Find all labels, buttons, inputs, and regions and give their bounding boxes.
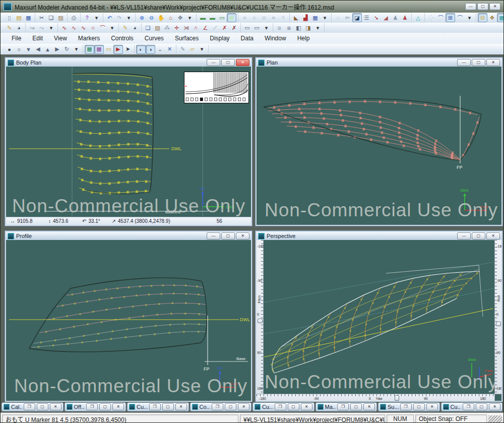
maximize-button[interactable]: ▢ bbox=[350, 403, 362, 410]
restore-button[interactable]: ❐ bbox=[337, 403, 349, 410]
close-button[interactable]: ✕ bbox=[486, 232, 500, 239]
view-up-icon[interactable]: ▲ bbox=[43, 45, 52, 54]
surface-visibility-icon[interactable]: ◪ bbox=[352, 13, 362, 22]
copy-node-icon[interactable]: ❏ bbox=[143, 23, 153, 32]
nodes-icon[interactable]: ⁛ bbox=[426, 13, 436, 22]
profile-canvas[interactable]: xxxxxxxxxxxxxxxxxxxxxxxxxxxxxxxxxxxxxxxx… bbox=[6, 240, 251, 401]
roll-ruler[interactable]: -180 -90 0 90 180 Roll bbox=[494, 240, 501, 394]
maximize-button[interactable]: ▢ bbox=[472, 232, 485, 239]
minimize-button[interactable]: — bbox=[207, 59, 220, 66]
curve-more-icon[interactable]: ▾ bbox=[465, 13, 474, 22]
maximize-button[interactable]: ▢ bbox=[413, 403, 425, 410]
save-icon[interactable]: ▦ bbox=[24, 13, 33, 22]
maximize-button[interactable]: ▢ bbox=[225, 403, 236, 410]
undo-more-icon[interactable]: ▾ bbox=[124, 13, 134, 22]
zoom-in-icon[interactable]: ⊕ bbox=[137, 13, 147, 22]
sel-rect-1-icon[interactable]: ▭ bbox=[242, 23, 252, 32]
zoom-out-icon[interactable]: ⊖ bbox=[147, 13, 156, 22]
close-button[interactable]: ✕ bbox=[175, 403, 187, 410]
marker-tool-2-icon[interactable]: ⁘ bbox=[249, 13, 259, 22]
close-button[interactable]: ✕ bbox=[112, 403, 124, 410]
surface-net-3-icon[interactable]: ▭ bbox=[217, 13, 227, 22]
spline-2-icon[interactable]: ⤳ bbox=[37, 23, 46, 32]
node-align-icon[interactable]: ⋊ bbox=[181, 23, 191, 32]
menu-item-view[interactable]: View bbox=[49, 33, 72, 43]
taskbar-tab-3[interactable]: Co...❐▢✕ bbox=[190, 402, 252, 411]
cut-icon[interactable]: ✂ bbox=[37, 13, 46, 22]
maximize-button[interactable]: ▢ bbox=[99, 403, 111, 410]
taskbar-tab-4[interactable]: Cu...❐▢✕ bbox=[253, 402, 314, 411]
render-wire-icon[interactable]: ○ bbox=[14, 45, 24, 54]
marker-tool-5-icon[interactable]: ⁖ bbox=[278, 13, 288, 22]
node-box-icon[interactable]: ⊞ bbox=[446, 13, 455, 22]
surface-net-1-icon[interactable]: ▬ bbox=[198, 13, 208, 22]
line-thin-icon[interactable]: ⟋ bbox=[210, 23, 220, 32]
paste-icon[interactable]: ▨ bbox=[56, 13, 66, 22]
undo-icon[interactable]: ↶ bbox=[105, 13, 114, 22]
mirror-icon[interactable]: ◧ bbox=[294, 23, 303, 32]
boot-2-icon[interactable]: ♟ bbox=[400, 13, 410, 22]
grid-1-icon[interactable]: ▦ bbox=[497, 13, 504, 22]
window-profile[interactable]: Profile — ▢ ✕ xxxxxxxxxxxxxxxx bbox=[5, 230, 253, 402]
marker-tool-3-icon[interactable]: ⁙ bbox=[259, 13, 269, 22]
yaw-slider[interactable] bbox=[395, 395, 399, 401]
object-snap-indicator[interactable]: Object Snap: OFF bbox=[415, 414, 487, 423]
sel-rect-2-icon[interactable]: ▭ bbox=[252, 23, 262, 32]
sel-more-icon[interactable]: ▾ bbox=[262, 23, 271, 32]
taskbar-tab-6[interactable]: Su...❐▢✕ bbox=[378, 402, 440, 411]
restore-button[interactable]: ❐ bbox=[275, 403, 286, 410]
taskbar-tab-5[interactable]: Ma...❐▢✕ bbox=[316, 402, 377, 411]
surface-net-4-icon[interactable]: ▣ bbox=[227, 13, 236, 22]
window-body-plan[interactable]: Body Plan — ▢ ✕ DWL bbox=[5, 57, 253, 226]
close-button[interactable]: ✕ bbox=[426, 403, 438, 410]
show-sections-icon[interactable]: ▶ bbox=[113, 45, 123, 54]
window-plan[interactable]: Plan — ▢ ✕ bbox=[255, 57, 503, 226]
render-1-icon[interactable]: ❖ bbox=[487, 13, 497, 22]
trim-icon[interactable]: ✄ bbox=[343, 13, 352, 22]
maximize-button[interactable]: ▢ bbox=[476, 403, 487, 410]
group-1-icon[interactable]: ⧈ bbox=[275, 23, 284, 32]
node-chain-1-icon[interactable]: ∿ bbox=[59, 23, 69, 32]
pitch-slider[interactable] bbox=[258, 319, 263, 323]
copy-icon[interactable]: ❏ bbox=[46, 13, 56, 22]
prism-icon[interactable]: △ bbox=[413, 13, 423, 22]
boot-1-icon[interactable]: ♟ bbox=[391, 13, 400, 22]
maximize-button[interactable]: ▢ bbox=[288, 403, 299, 410]
select-lasso-icon[interactable]: ◌ bbox=[333, 13, 343, 22]
menu-item-help[interactable]: Help bbox=[292, 33, 315, 43]
help-icon[interactable]: ? bbox=[82, 13, 92, 22]
perspective-canvas[interactable]: -180 -90 0 90 180 Pitch -180 -90 0 90 18… bbox=[257, 240, 501, 401]
menu-item-surfaces[interactable]: Surfaces bbox=[170, 33, 204, 43]
half-1-icon[interactable]: ◐ bbox=[136, 45, 146, 54]
calc-more-icon[interactable]: ▾ bbox=[320, 13, 330, 22]
menu-item-data[interactable]: Data bbox=[236, 33, 259, 43]
maximize-button[interactable]: ▢ bbox=[221, 59, 235, 66]
profile-title-bar[interactable]: Profile — ▢ ✕ bbox=[6, 232, 251, 240]
pitch-ruler[interactable]: -180 -90 0 90 180 Pitch bbox=[257, 240, 264, 394]
group-2-icon[interactable]: ⧈ bbox=[284, 23, 294, 32]
restore-button[interactable]: ❐ bbox=[463, 403, 474, 410]
help-more-icon[interactable]: ▾ bbox=[92, 13, 101, 22]
graph-icon[interactable]: ▟ bbox=[301, 13, 310, 22]
restore-button[interactable]: ❐ bbox=[86, 403, 98, 410]
menu-item-markers[interactable]: Markers bbox=[73, 33, 105, 43]
line-slope-icon[interactable]: ∠ bbox=[201, 23, 210, 32]
resize-grip[interactable] bbox=[488, 415, 502, 423]
pick-arrow-icon[interactable]: ➤ bbox=[123, 45, 133, 54]
maximize-button[interactable]: ▢ bbox=[37, 403, 48, 410]
small-more-icon[interactable]: ▾ bbox=[197, 45, 207, 54]
close-button[interactable]: ✕ bbox=[489, 403, 500, 410]
app-close-button[interactable]: ✕ bbox=[489, 3, 500, 10]
spline-more-icon[interactable]: ▾ bbox=[46, 23, 56, 32]
align-icon[interactable]: ☰ bbox=[362, 13, 371, 22]
node-chain-2-icon[interactable]: ∿ bbox=[69, 23, 79, 32]
menu-item-curves[interactable]: Curves bbox=[140, 33, 169, 43]
perspective-title-bar[interactable]: Perspective — ▢ ✕ bbox=[257, 232, 501, 240]
pencil-small-icon[interactable]: ✎ bbox=[178, 45, 187, 54]
restore-button[interactable]: ❐ bbox=[24, 403, 35, 410]
view-rotate-icon[interactable]: ↻ bbox=[62, 45, 72, 54]
restore-button[interactable]: ❐ bbox=[149, 403, 161, 410]
fillet-icon[interactable]: ◢ bbox=[381, 13, 391, 22]
window-perspective[interactable]: Perspective — ▢ ✕ -180 -90 0 90 180 Pitc… bbox=[255, 230, 503, 402]
minimize-button[interactable]: — bbox=[457, 232, 471, 239]
